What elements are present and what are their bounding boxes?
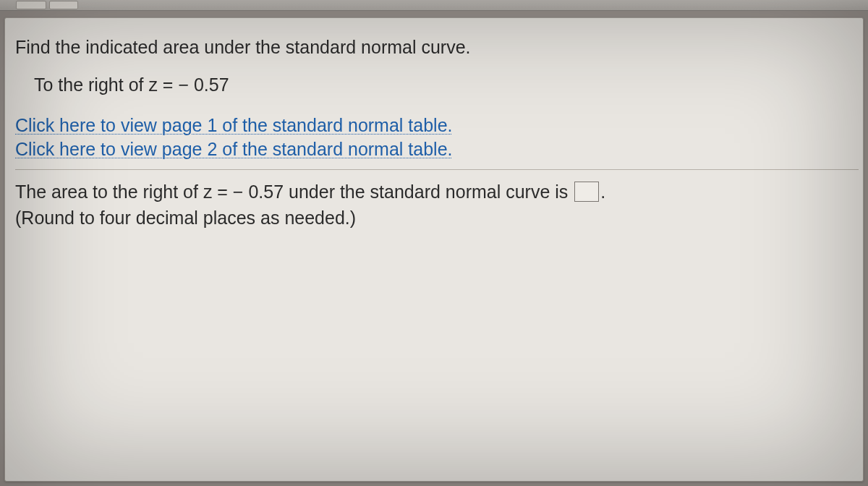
toolbar-strip	[0, 0, 868, 11]
answer-suffix-text: .	[600, 182, 605, 202]
link-standard-normal-table-page1[interactable]: Click here to view page 1 of the standar…	[15, 115, 453, 135]
question-prompt: Find the indicated area under the standa…	[15, 35, 859, 60]
question-subprompt: To the right of z = − 0.57	[15, 73, 859, 98]
answer-section: The area to the right of z = − 0.57 unde…	[15, 180, 859, 231]
section-divider	[15, 169, 859, 170]
rounding-instruction: (Round to four decimal places as needed.…	[15, 206, 859, 231]
link-standard-normal-table-page2[interactable]: Click here to view page 2 of the standar…	[15, 139, 453, 159]
answer-input[interactable]	[574, 182, 599, 202]
question-panel: Find the indicated area under the standa…	[4, 17, 864, 482]
answer-prefix-text: The area to the right of z = − 0.57 unde…	[15, 182, 573, 202]
toolbar-button[interactable]	[16, 1, 46, 9]
reference-links: Click here to view page 1 of the standar…	[15, 114, 859, 163]
toolbar-button[interactable]	[49, 1, 78, 9]
